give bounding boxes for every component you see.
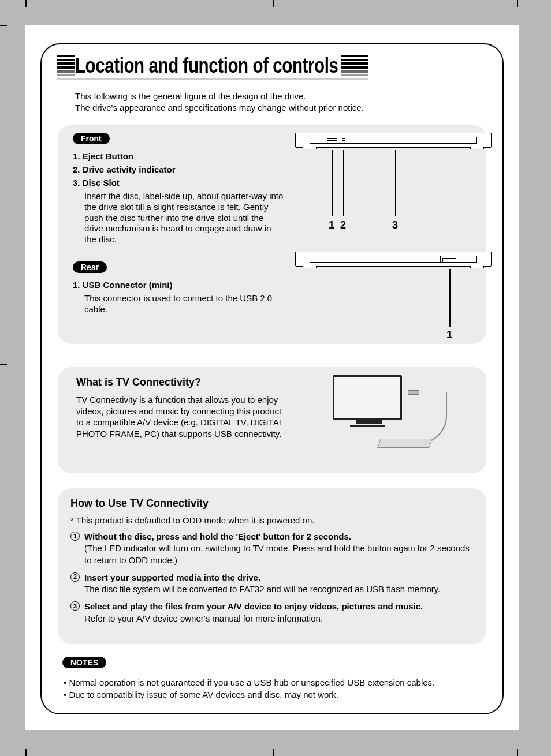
howto-section: How to Use TV Connectivity * This produc… <box>58 488 486 644</box>
front-item: 3. Disc Slot <box>73 178 284 188</box>
front-rear-section: Front 1. Eject Button 2. Drive activity … <box>58 125 486 344</box>
device-rear-icon <box>295 252 492 267</box>
howto-default-note: * This product is defaulted to ODD mode … <box>70 515 477 525</box>
callout-number: 1 <box>329 219 334 231</box>
rear-diagram: 1 <box>295 252 492 332</box>
crop-mark <box>25 0 27 7</box>
step-rest: The disc file system will be converted t… <box>84 584 440 594</box>
crop-mark <box>25 749 27 756</box>
cable-icon <box>407 392 447 444</box>
front-item: 1. Eject Button <box>73 151 284 161</box>
note-line: • Normal operation is not guaranteed if … <box>64 678 486 687</box>
notes-label: NOTES <box>62 657 106 668</box>
howto-step: 2 Insert your supported media into the d… <box>70 572 477 596</box>
step-number-icon: 1 <box>70 532 80 541</box>
notes-section: NOTES • Normal operation is not guarante… <box>62 657 486 699</box>
usb-connector-description: This connector is used to connect to the… <box>84 293 284 315</box>
step-bold: Insert your supported media into the dri… <box>84 572 260 582</box>
step-number-icon: 3 <box>70 601 80 611</box>
front-diagram: 1 2 3 <box>295 133 492 225</box>
device-front-icon <box>295 133 492 148</box>
disc-slot-description: Insert the disc, label-side up, about qu… <box>84 191 284 245</box>
tv-body: TV Connectivity is a function that allow… <box>76 394 286 439</box>
crop-mark <box>0 364 7 365</box>
crop-mark <box>517 749 518 756</box>
crop-mark <box>0 25 7 26</box>
step-bold: Without the disc, press and hold the 'Ej… <box>84 532 351 541</box>
page-title: Location and function of controls <box>75 54 341 78</box>
rear-item: 1. USB Connector (mini) <box>73 280 284 290</box>
tv-heading: What is TV Connectivity? <box>76 376 286 388</box>
tv-connectivity-illustration <box>315 375 460 462</box>
callout-number: 1 <box>446 329 452 341</box>
crop-mark <box>273 749 274 756</box>
tv-icon <box>333 375 402 420</box>
tv-connectivity-section: What is TV Connectivity? TV Connectivity… <box>58 367 486 473</box>
intro-line: The drive's appearance and specification… <box>75 102 486 114</box>
front-label: Front <box>73 133 110 144</box>
step-bold: Select and play the files from your A/V … <box>84 601 423 611</box>
front-item: 2. Drive activity indicator <box>73 164 284 174</box>
step-rest: Refer to your A/V device owner's manual … <box>84 613 323 623</box>
crop-mark <box>273 0 274 7</box>
callout-number: 2 <box>340 219 346 231</box>
rear-label: Rear <box>73 261 107 273</box>
step-number-icon: 2 <box>70 572 80 582</box>
howto-heading: How to Use TV Connectivity <box>70 497 477 510</box>
howto-step: 1 Without the disc, press and hold the '… <box>70 531 477 566</box>
content-frame: Location and function of controls This f… <box>40 43 504 714</box>
step-rest: (The LED indicator will turn on, switchi… <box>84 543 470 564</box>
intro-text: This following is the general figure of … <box>75 91 486 113</box>
note-line: • Due to compatibility issue of some AV … <box>64 690 486 699</box>
page-title-block: Location and function of controls <box>57 55 486 80</box>
drive-icon <box>377 439 433 448</box>
crop-mark <box>517 0 518 7</box>
howto-step: 3 Select and play the files from your A/… <box>70 601 477 624</box>
callout-number: 3 <box>392 219 398 231</box>
intro-line: This following is the general figure of … <box>75 91 486 102</box>
page: Location and function of controls This f… <box>25 25 519 730</box>
